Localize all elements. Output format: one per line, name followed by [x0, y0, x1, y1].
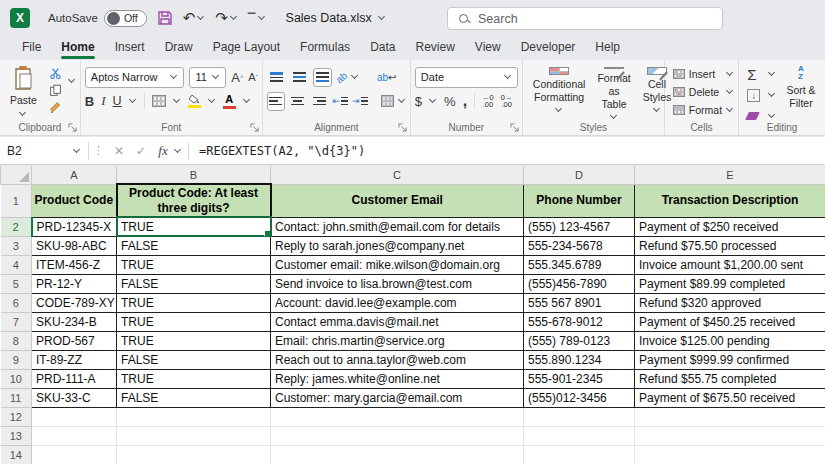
cell-E3[interactable]: Refund $75.50 processed [635, 236, 825, 255]
clipboard-dialog-launcher-icon[interactable] [68, 123, 77, 132]
cell-E6[interactable]: Refund $320 approved [635, 293, 825, 312]
menu-item-draw[interactable]: Draw [155, 37, 203, 59]
row-header-8[interactable]: 8 [1, 331, 32, 350]
menu-item-developer[interactable]: Developer [511, 37, 586, 59]
cell-D6[interactable]: 555 567 8901 [524, 293, 635, 312]
cell-D4[interactable]: 555.345.6789 [524, 255, 635, 274]
quick-access-menu-icon[interactable]: ▔ [248, 13, 266, 24]
redo-button[interactable]: ↷ [215, 9, 238, 27]
menu-item-view[interactable]: View [465, 37, 511, 59]
cell-E12[interactable] [635, 407, 825, 426]
row-header-4[interactable]: 4 [1, 255, 32, 274]
cell-E13[interactable] [635, 426, 825, 445]
currency-format-button[interactable]: $ [415, 94, 422, 109]
cell-A8[interactable]: PROD-567 [32, 331, 117, 350]
search-box[interactable]: Search [447, 7, 723, 30]
borders-chevron-icon[interactable] [173, 97, 181, 105]
menu-item-file[interactable]: File [12, 37, 51, 59]
menu-item-help[interactable]: Help [585, 37, 630, 59]
cell-C1[interactable]: Customer Email [271, 184, 524, 217]
orientation-icon[interactable]: ab [334, 69, 350, 85]
cell-D9[interactable]: 555.890.1234 [524, 350, 635, 369]
align-right-button[interactable] [311, 92, 329, 111]
merge-center-icon[interactable] [381, 95, 394, 107]
cell-B12[interactable] [117, 407, 271, 426]
orientation-chevron-icon[interactable] [351, 73, 359, 81]
number-dialog-launcher-icon[interactable] [510, 123, 519, 132]
redo-chevron-icon[interactable] [230, 14, 238, 22]
font-dialog-launcher-icon[interactable] [250, 123, 259, 132]
cell-B1[interactable]: Product Code: At least three digits? [117, 184, 271, 217]
cell-C3[interactable]: Reply to sarah.jones@company.net [271, 236, 524, 255]
cell-A10[interactable]: PRD-111-A [32, 369, 117, 388]
cell-D11[interactable]: (555)012-3456 [524, 388, 635, 407]
number-format-select[interactable]: Date [415, 67, 518, 88]
column-header-E[interactable]: E [635, 166, 825, 184]
menu-item-review[interactable]: Review [405, 37, 464, 59]
row-header-2[interactable]: 2 [1, 217, 32, 236]
undo-button[interactable]: ↶ [183, 9, 206, 27]
fill-color-icon[interactable] [188, 94, 201, 108]
font-size-select[interactable]: 11 [189, 67, 226, 88]
increase-decimal-icon[interactable]: ←0.00 [482, 94, 494, 109]
format-painter-icon[interactable] [49, 101, 62, 114]
cell-A13[interactable] [32, 426, 117, 445]
cell-A7[interactable]: SKU-234-B [32, 312, 117, 331]
borders-icon[interactable] [152, 95, 166, 107]
row-header-11[interactable]: 11 [1, 388, 32, 407]
cell-A4[interactable]: ITEM-456-Z [32, 255, 117, 274]
select-all-corner[interactable] [1, 166, 32, 184]
cell-B9[interactable]: FALSE [117, 350, 271, 369]
cell-B10[interactable]: TRUE [117, 369, 271, 388]
cell-E7[interactable]: Payment of $450.25 received [635, 312, 825, 331]
conditional-formatting-button[interactable]: ConditionalFormatting [527, 65, 592, 119]
column-header-C[interactable]: C [271, 166, 524, 184]
cell-C5[interactable]: Send invoice to lisa.brown@test.com [271, 274, 524, 293]
decrease-decimal-icon[interactable]: 0→.00 [501, 94, 513, 109]
cell-B3[interactable]: FALSE [117, 236, 271, 255]
insert-function-icon[interactable]: fx [152, 143, 174, 159]
cell-E11[interactable]: Payment of $675.50 received [635, 388, 825, 407]
currency-chevron-icon[interactable] [429, 97, 437, 105]
row-header-7[interactable]: 7 [1, 312, 32, 331]
cell-E10[interactable]: Refund $55.75 completed [635, 369, 825, 388]
cell-C13[interactable] [271, 426, 524, 445]
align-middle-button[interactable] [290, 68, 309, 87]
cell-A11[interactable]: SKU-33-C [32, 388, 117, 407]
cell-D3[interactable]: 555-234-5678 [524, 236, 635, 255]
menu-item-page-layout[interactable]: Page Layout [203, 37, 290, 59]
autosave-toggle[interactable]: AutoSave Off [48, 10, 147, 27]
cell-B5[interactable]: FALSE [117, 274, 271, 293]
column-header-D[interactable]: D [524, 166, 635, 184]
cell-B11[interactable]: FALSE [117, 388, 271, 407]
cell-C14[interactable] [271, 445, 524, 464]
cell-A6[interactable]: CODE-789-XY [32, 293, 117, 312]
cell-C12[interactable] [271, 407, 524, 426]
cell-D2[interactable]: (555) 123-4567 [524, 217, 635, 236]
cell-B6[interactable]: TRUE [117, 293, 271, 312]
cell-C10[interactable]: Reply: james.white@online.net [271, 369, 524, 388]
decrease-indent-icon[interactable]: ⇤ [332, 96, 348, 106]
autosum-button[interactable]: Σ [747, 65, 776, 83]
cell-E1[interactable]: Transaction Description [635, 184, 825, 217]
formula-bar-kebab-icon[interactable]: ⋮ [93, 144, 104, 157]
delete-cells-button[interactable]: Delete [673, 83, 734, 101]
cell-D1[interactable]: Phone Number [524, 184, 635, 217]
font-color-chevron-icon[interactable] [243, 97, 251, 105]
excel-logo-icon[interactable]: X [10, 8, 30, 28]
wrap-text-icon[interactable]: ab↩ [377, 72, 397, 83]
row-header-10[interactable]: 10 [1, 369, 32, 388]
cell-A3[interactable]: SKU-98-ABC [32, 236, 117, 255]
cell-C6[interactable]: Account: david.lee@example.com [271, 293, 524, 312]
percent-format-button[interactable]: % [444, 94, 456, 109]
cell-A12[interactable] [32, 407, 117, 426]
cell-B13[interactable] [117, 426, 271, 445]
row-header-14[interactable]: 14 [1, 445, 32, 464]
paste-chevron-icon[interactable] [19, 110, 27, 118]
align-left-button[interactable] [267, 92, 285, 111]
merge-center-chevron-icon[interactable] [398, 97, 406, 105]
alignment-dialog-launcher-icon[interactable] [398, 123, 407, 132]
formula-input[interactable]: =REGEXTEST(A2, "\d{3}") [199, 144, 365, 158]
cell-D5[interactable]: (555)456-7890 [524, 274, 635, 293]
increase-indent-icon[interactable]: ⇥ [352, 96, 368, 106]
